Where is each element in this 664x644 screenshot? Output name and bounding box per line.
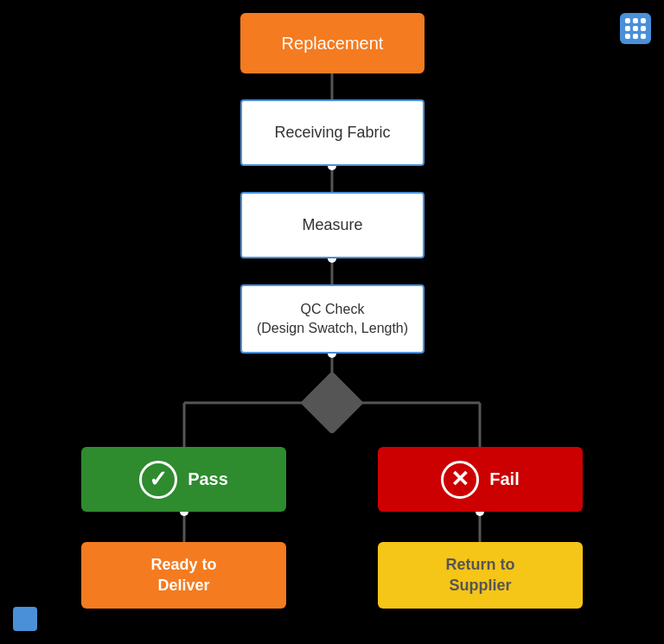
measure-label: Measure	[302, 216, 362, 234]
dot-3	[641, 18, 646, 23]
receiving-label: Receiving Fabric	[274, 124, 390, 142]
dot-9	[641, 34, 646, 39]
dot-5	[633, 26, 638, 31]
decision-diamond	[310, 380, 354, 425]
ready-deliver-node[interactable]: Ready toDeliver	[81, 542, 286, 609]
dot-4	[625, 26, 630, 31]
diamond-shape	[300, 371, 364, 435]
dot-7	[625, 34, 630, 39]
pass-label: Pass	[188, 469, 228, 489]
return-supplier-node[interactable]: Return toSupplier	[378, 542, 583, 609]
app-grid-icon[interactable]	[620, 13, 651, 44]
measure-node[interactable]: Measure	[240, 192, 425, 258]
bottom-left-icon[interactable]	[13, 607, 37, 631]
dot-6	[641, 26, 646, 31]
flowchart-container: Replacement Receiving Fabric Measure QC …	[0, 0, 664, 644]
ready-label: Ready toDeliver	[150, 555, 216, 596]
pass-node[interactable]: ✓ Pass	[81, 447, 286, 512]
fail-node[interactable]: ✕ Fail	[378, 447, 583, 512]
receiving-fabric-node[interactable]: Receiving Fabric	[240, 99, 425, 166]
fail-label: Fail	[489, 469, 519, 489]
fail-x: ✕	[450, 466, 469, 493]
return-label: Return toSupplier	[446, 555, 515, 596]
dot-2	[633, 18, 638, 23]
pass-check-icon: ✓	[139, 461, 177, 499]
pass-checkmark: ✓	[149, 466, 168, 493]
dot-1	[625, 18, 630, 23]
dot-8	[633, 34, 638, 39]
replacement-label: Replacement	[282, 34, 384, 54]
qccheck-label: QC Check(Design Swatch, Length)	[257, 300, 408, 339]
qc-check-node[interactable]: QC Check(Design Swatch, Length)	[240, 284, 425, 354]
replacement-node[interactable]: Replacement	[240, 13, 425, 73]
fail-x-icon: ✕	[441, 461, 479, 499]
